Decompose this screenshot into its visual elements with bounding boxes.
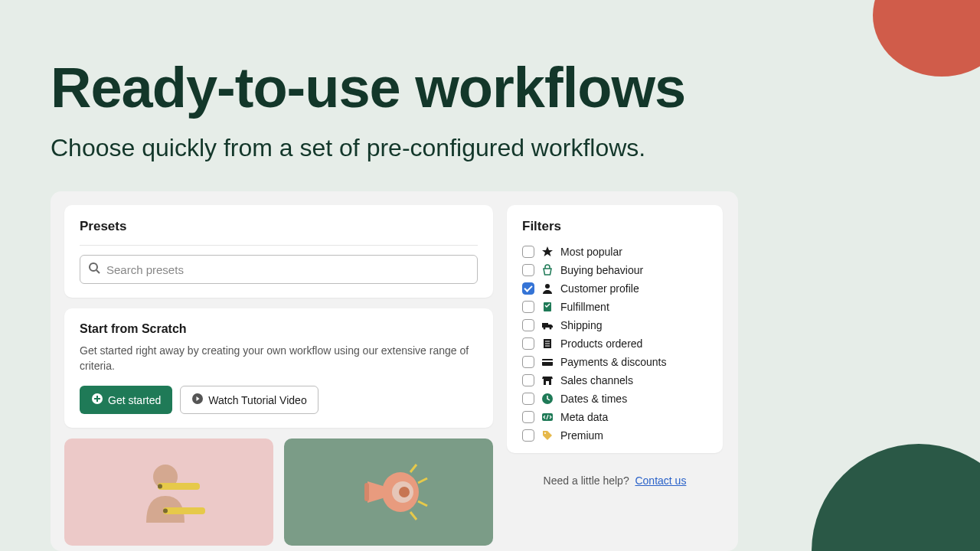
svg-rect-19 [542,323,548,328]
filter-item[interactable]: Shipping [522,318,707,332]
tag-icon [541,429,554,442]
search-box[interactable] [80,255,478,284]
svg-point-8 [163,509,168,514]
filter-checkbox[interactable] [522,264,534,276]
person-icon [541,282,554,295]
preset-preview-marketing[interactable] [284,439,493,546]
svg-rect-26 [542,359,553,366]
filter-item[interactable]: Dates & times [522,392,707,406]
play-circle-icon [191,393,204,407]
svg-line-13 [410,465,416,472]
svg-point-6 [158,484,162,489]
preset-preview-customer[interactable] [64,439,273,546]
svg-point-11 [399,487,410,497]
clock-icon [541,392,554,406]
contact-us-link[interactable]: Contact us [635,474,686,487]
help-text: Need a little help? Contact us [507,474,723,487]
filter-label: Payments & discounts [560,356,667,368]
filter-checkbox[interactable] [522,374,534,386]
start-from-scratch-card: Start from Scratch Get started right awa… [64,308,493,428]
truck-icon [541,318,554,332]
filter-checkbox[interactable] [522,301,534,313]
code-icon [541,410,554,424]
plus-circle-icon [91,393,103,407]
filter-item[interactable]: Premium [522,429,707,442]
filter-label: Dates & times [560,393,627,405]
clipboard-icon [541,300,554,314]
main-panel: Presets Start from Scratch Get started r… [51,191,738,551]
svg-point-32 [544,432,546,434]
star-icon [541,245,554,259]
svg-point-20 [544,328,546,330]
filter-checkbox[interactable] [522,356,534,368]
svg-rect-27 [542,360,553,362]
page-title: Ready-to-use workflows [0,0,980,120]
filter-checkbox[interactable] [522,429,534,442]
preset-preview-row [64,439,724,546]
filter-label: Meta data [560,411,608,423]
svg-point-0 [90,263,97,271]
filter-label: Buying behaviour [560,264,643,276]
filter-list: Most popularBuying behaviourCustomer pro… [522,245,707,442]
filter-item[interactable]: Payments & discounts [522,355,707,369]
filter-checkbox[interactable] [522,411,534,423]
scratch-title: Start from Scratch [80,322,478,336]
presets-card: Presets [64,205,493,298]
receipt-icon [541,337,554,350]
filter-checkbox[interactable] [522,319,534,331]
filter-checkbox[interactable] [522,282,534,295]
divider [80,245,478,246]
filter-label: Sales channels [560,374,633,386]
svg-point-17 [545,284,550,289]
megaphone-illustration [343,454,435,530]
filter-item[interactable]: Sales channels [522,373,707,387]
search-input[interactable] [106,263,469,276]
filter-label: Most popular [560,246,622,258]
filter-checkbox[interactable] [522,246,534,258]
svg-line-1 [96,270,100,273]
card-icon [541,355,554,369]
filter-item[interactable]: Meta data [522,410,707,424]
svg-point-21 [550,328,552,330]
button-row: Get started Watch Tutorial Video [80,386,478,414]
filter-item[interactable]: Fulfillment [522,300,707,314]
filter-item[interactable]: Buying behaviour [522,263,707,277]
store-icon [541,373,554,387]
person-illustration [123,454,215,530]
basket-icon [541,263,554,277]
svg-line-15 [418,501,427,506]
watch-tutorial-button[interactable]: Watch Tutorial Video [180,386,318,414]
filter-label: Shipping [560,319,603,331]
filter-item[interactable]: Most popular [522,245,707,259]
search-icon [88,262,100,277]
filters-title: Filters [522,219,707,234]
scratch-description: Get started right away by creating your … [80,344,478,373]
svg-rect-12 [364,483,369,501]
svg-line-14 [418,478,427,483]
svg-rect-29 [546,381,549,385]
filter-checkbox[interactable] [522,337,534,350]
svg-line-16 [410,512,416,520]
filter-label: Fulfillment [560,301,609,313]
presets-title: Presets [80,219,478,234]
decorative-blob-bottom [812,444,980,551]
filter-checkbox[interactable] [522,393,534,405]
filters-card: Filters Most popularBuying behaviourCust… [507,205,723,453]
svg-rect-7 [163,507,205,514]
get-started-label: Get started [108,394,161,406]
filter-label: Premium [560,429,603,442]
filter-label: Customer profile [560,282,639,295]
filter-item[interactable]: Products ordered [522,337,707,350]
filter-label: Products ordered [560,337,642,350]
svg-rect-5 [158,483,200,490]
page-subtitle: Choose quickly from a set of pre-configu… [0,120,980,162]
help-label: Need a little help? [544,474,629,487]
watch-tutorial-label: Watch Tutorial Video [208,394,306,406]
filter-item[interactable]: Customer profile [522,282,707,295]
get-started-button[interactable]: Get started [80,386,172,414]
